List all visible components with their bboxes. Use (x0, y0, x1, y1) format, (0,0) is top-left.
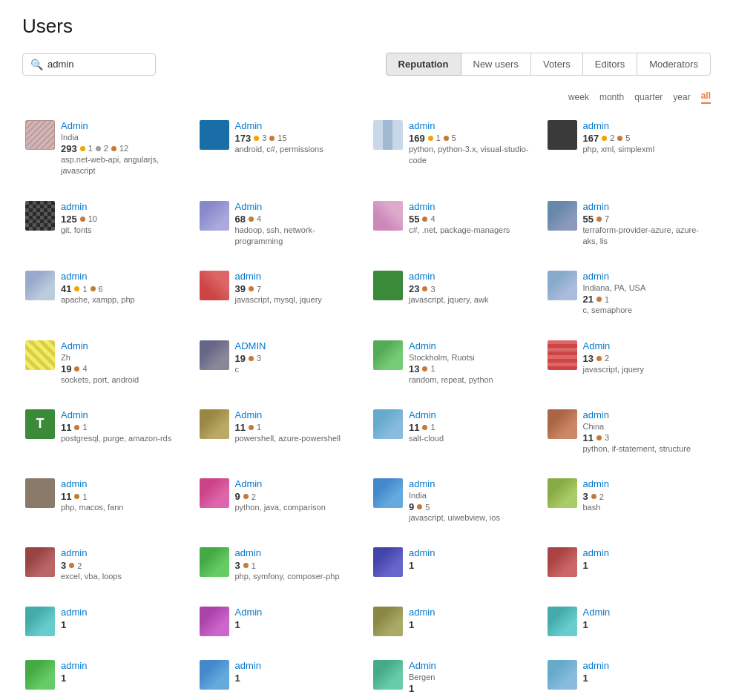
user-name-link[interactable]: Admin (61, 120, 186, 133)
user-name-link[interactable]: Admin (235, 120, 361, 133)
user-name-link[interactable]: admin (409, 201, 534, 214)
badge-bronze (74, 494, 79, 499)
tab-editors[interactable]: Editors (582, 53, 637, 76)
user-name-link[interactable]: admin (583, 120, 709, 133)
avatar (373, 607, 403, 636)
badge-bronze (269, 136, 275, 141)
user-name-link[interactable]: admin (409, 478, 534, 491)
user-card: admin 55 7 terraform-provider-azure, azu… (545, 197, 711, 252)
bronze-count: 12 (119, 144, 128, 153)
user-name-link[interactable]: Admin (235, 607, 361, 619)
gold-count: 2 (610, 133, 614, 142)
user-tags: php, symfony, composer-php (235, 571, 361, 582)
search-input[interactable] (47, 59, 148, 70)
user-info: Admin 1 (235, 607, 361, 630)
user-card: Admin 68 4 hadoop, ssh, network-programm… (197, 197, 364, 252)
filter-year[interactable]: year (673, 92, 690, 102)
user-card: admin China 11 3 python, if-statement, s… (545, 405, 711, 459)
user-name-link[interactable]: admin (61, 478, 186, 491)
badge-bronze (69, 563, 74, 568)
reputation-value: 1 (61, 673, 66, 684)
user-name-link[interactable]: Admin (583, 607, 709, 619)
reputation-value: 9 (409, 501, 414, 512)
user-name-link[interactable]: admin (61, 201, 186, 214)
user-card: admin 39 7 javascript, mysql, jquery (197, 266, 364, 320)
user-name-link[interactable]: admin (235, 660, 361, 673)
user-info: Admin 9 2 python, java, comparison (235, 478, 361, 513)
bronze-count: 5 (625, 133, 630, 142)
user-name-link[interactable]: Admin (235, 478, 361, 491)
user-name-link[interactable]: Admin (409, 409, 534, 422)
user-name-link[interactable]: admin (61, 547, 186, 560)
user-card: admin 41 16 apache, xampp, php (22, 266, 189, 320)
reputation-value: 125 (61, 214, 77, 225)
avatar (548, 478, 577, 508)
users-grid: Admin India 293 1212 asp.net-web-api, an… (22, 116, 711, 700)
reputation-value: 13 (409, 363, 419, 374)
gold-count: 1 (88, 144, 93, 153)
badge-bronze (80, 217, 85, 222)
user-name-link[interactable]: Admin (409, 660, 534, 673)
user-card: Admin 173 315 android, c#, permissions (197, 116, 364, 182)
user-name-link[interactable]: Admin (409, 340, 534, 353)
user-name-link[interactable]: admin (409, 271, 534, 283)
filter-week[interactable]: week (568, 92, 589, 102)
user-info: admin 169 15 python, python-3.x, visual-… (409, 120, 534, 167)
user-card: admin 11 1 php, macos, fann (22, 474, 189, 528)
user-name-link[interactable]: admin (61, 271, 186, 283)
user-info: Admin 11 1 salt-cloud (409, 409, 534, 444)
user-info: admin 125 10 git, fonts (61, 201, 186, 236)
user-name-link[interactable]: admin (61, 660, 186, 673)
bronze-count: 15 (277, 133, 286, 142)
tab-new-users[interactable]: New users (461, 53, 531, 76)
rep-row: 9 5 (409, 501, 534, 512)
user-name-link[interactable]: Admin (583, 340, 709, 353)
user-name-link[interactable]: Admin (61, 340, 186, 353)
badge-gold (80, 146, 85, 151)
user-name-link[interactable]: admin (409, 607, 534, 619)
bronze-count: 3 (257, 354, 261, 363)
user-location: Bergen (409, 673, 534, 681)
user-name-link[interactable]: ADMIN (235, 340, 361, 353)
rep-row: 11 1 (61, 491, 186, 502)
user-name-link[interactable]: admin (61, 607, 186, 619)
tab-reputation[interactable]: Reputation (386, 53, 461, 76)
user-name-link[interactable]: admin (583, 409, 709, 422)
user-name-link[interactable]: admin (235, 547, 361, 560)
user-name-link[interactable]: Admin (235, 201, 361, 214)
rep-row: 167 25 (583, 133, 709, 144)
user-name-link[interactable]: admin (409, 547, 534, 560)
user-info: Admin India 293 1212 asp.net-web-api, an… (61, 120, 186, 177)
search-box[interactable]: 🔍 (22, 53, 156, 76)
user-name-link[interactable]: admin (583, 271, 709, 283)
user-tags: sockets, port, android (61, 374, 186, 386)
bronze-count: 5 (425, 503, 430, 512)
filter-month[interactable]: month (599, 92, 624, 102)
user-name-link[interactable]: admin (583, 201, 709, 214)
rep-row: 19 4 (61, 363, 186, 374)
user-location: Zh (61, 353, 186, 362)
user-tags: javascript, uiwebview, ios (409, 512, 534, 524)
user-name-link[interactable]: admin (583, 478, 709, 491)
badge-bronze (617, 136, 622, 141)
tab-moderators[interactable]: Moderators (637, 53, 711, 76)
user-name-link[interactable]: admin (235, 271, 361, 283)
tab-voters[interactable]: Voters (530, 53, 583, 76)
user-name-link[interactable]: Admin (235, 409, 361, 422)
user-name-link[interactable]: admin (583, 660, 709, 673)
rep-row: 11 3 (583, 432, 709, 443)
user-name-link[interactable]: Admin (61, 409, 186, 422)
user-info: admin 3 2 excel, vba, loops (61, 547, 186, 582)
badge-silver (96, 146, 101, 151)
user-tags: bash (583, 502, 709, 513)
user-tags: excel, vba, loops (61, 571, 186, 582)
user-card: admin 125 10 git, fonts (22, 197, 189, 252)
user-name-link[interactable]: admin (583, 547, 709, 560)
user-location: China (583, 422, 709, 431)
rep-row: 11 1 (409, 422, 534, 433)
rep-row: 19 3 (235, 353, 361, 364)
badge-bronze (249, 217, 254, 222)
filter-all[interactable]: all (701, 90, 711, 104)
user-name-link[interactable]: admin (409, 120, 534, 133)
filter-quarter[interactable]: quarter (634, 92, 663, 102)
